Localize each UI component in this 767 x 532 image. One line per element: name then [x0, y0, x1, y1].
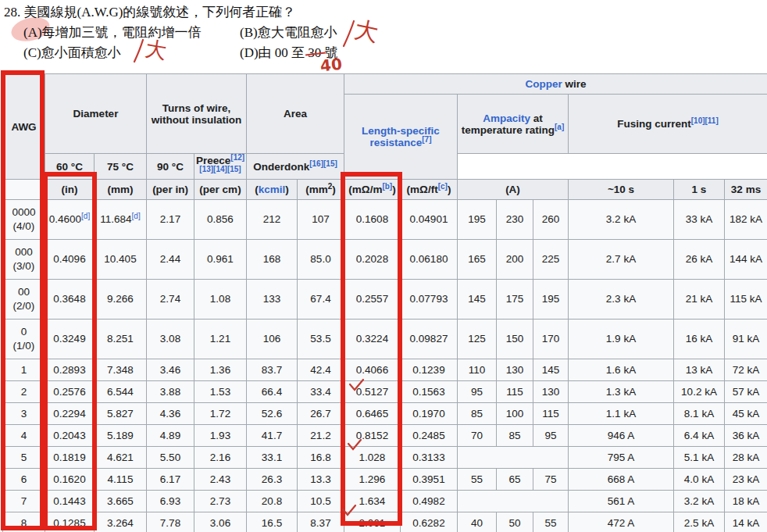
- data-cell: 2.17: [147, 200, 194, 240]
- data-cell: 200: [497, 240, 533, 280]
- data-cell: 1.9 kA: [569, 320, 674, 359]
- data-cell: 6.17: [147, 469, 194, 491]
- awg-cell: 8: [3, 512, 45, 532]
- unit-32ms: 32 ms: [725, 180, 767, 200]
- awg-cell: 0000(4/0): [3, 200, 45, 240]
- data-cell: 0.2043: [45, 425, 95, 447]
- data-cell: 1.1 kA: [569, 403, 674, 425]
- data-cell: 3.665: [95, 491, 147, 512]
- data-cell: 125: [458, 320, 497, 359]
- data-cell: 91 kA: [725, 320, 767, 359]
- data-cell: 1.6 kA: [569, 359, 674, 381]
- ampacity-link[interactable]: Ampacity: [483, 112, 530, 124]
- header-turns-of-wire: Turns of wire, without insulation: [147, 74, 247, 154]
- data-cell: 0.961: [194, 240, 247, 280]
- data-cell: 16.8: [298, 447, 344, 469]
- ref-b[interactable]: [b]: [382, 182, 392, 191]
- data-cell: 28 kA: [725, 447, 767, 469]
- data-cell: 6.93: [147, 491, 194, 512]
- footnote-ref[interactable]: [d]: [81, 212, 90, 220]
- data-cell: 36 kA: [725, 425, 767, 447]
- data-cell: 0.1563: [401, 381, 458, 403]
- data-cell: 1.296: [344, 469, 401, 491]
- awg-cell: 1: [3, 359, 45, 381]
- header-area: Area: [247, 74, 344, 154]
- data-cell: 33.1: [247, 447, 298, 469]
- data-cell: 4.0 kA: [674, 469, 725, 491]
- data-cell: 225: [533, 240, 569, 280]
- ref-16-15[interactable]: [16][15]: [309, 159, 337, 167]
- data-cell: 165: [458, 240, 497, 280]
- data-cell: 115: [497, 381, 533, 403]
- data-cell: 0.2485: [401, 425, 458, 447]
- data-cell: 9.266: [95, 280, 147, 320]
- data-cell: 4.89: [147, 425, 194, 447]
- header-75c: 75 °C: [95, 154, 147, 180]
- data-cell: 21.2: [298, 425, 344, 447]
- awg-cell: 3: [3, 403, 45, 425]
- data-cell: 946 A: [569, 425, 674, 447]
- unit-mm: (mm): [95, 180, 147, 200]
- data-cell: 3.2 kA: [674, 491, 725, 512]
- copper-wire-rest: wire: [562, 78, 587, 90]
- awg-cell: 0(1/0): [3, 320, 45, 359]
- data-cell: 40: [458, 512, 497, 532]
- ref-7[interactable]: [7]: [422, 135, 431, 144]
- question-title: 28. 美國線規(A.W.G)的線號敘述，下列何者正確？: [4, 3, 295, 21]
- handwritten-correction-b: 大: [351, 13, 381, 49]
- data-cell: 95: [533, 425, 569, 447]
- data-cell: 182 kA: [725, 200, 767, 240]
- data-cell: 33.4: [298, 381, 344, 403]
- awg-cell: 6: [3, 469, 45, 491]
- data-cell: 16.5: [247, 512, 298, 532]
- data-cell: 0.1608: [344, 200, 401, 240]
- data-cell: 10.405: [95, 240, 147, 280]
- data-cell: 0.1239: [401, 359, 458, 381]
- data-cell: 150: [497, 320, 533, 359]
- ref-a[interactable]: [a]: [555, 122, 564, 130]
- table-row: 80.12853.2647.783.0616.58.372.0610.62824…: [3, 512, 767, 532]
- ref-10-11[interactable]: [10][11]: [691, 116, 719, 125]
- data-cell: 0.2294: [45, 403, 95, 425]
- mm2-post: ): [332, 184, 336, 195]
- data-cell: 0.4600[d]: [45, 200, 95, 240]
- data-cell: 115: [533, 403, 569, 425]
- data-cell: [458, 447, 569, 469]
- table-row: 70.14433.6656.932.7320.810.51.6340.49825…: [3, 491, 767, 512]
- data-cell: 0.4982: [401, 491, 458, 512]
- data-cell: 106: [247, 320, 298, 359]
- data-cell: 70: [458, 425, 497, 447]
- option-a: (A)每增加三號，電阻約增一倍: [23, 23, 202, 41]
- data-cell: 561 A: [569, 491, 674, 512]
- data-cell: 0.1819: [45, 447, 95, 469]
- unit-mm2: (mm2): [298, 180, 344, 200]
- unit-amps: (A): [458, 180, 569, 200]
- data-cell: 7.348: [95, 359, 147, 381]
- data-cell: 0.1285: [45, 512, 95, 532]
- ref-c[interactable]: [c]: [438, 182, 448, 191]
- data-cell: 0.5127: [344, 381, 401, 403]
- data-cell: 170: [533, 320, 569, 359]
- header-60c: 60 °C: [45, 154, 95, 180]
- data-cell: 85: [497, 425, 533, 447]
- data-cell: 5.827: [95, 403, 147, 425]
- onderdonk-label: Onderdonk: [253, 161, 309, 173]
- kcmil-link[interactable]: kcmil: [259, 184, 286, 195]
- data-cell: 20.8: [247, 491, 298, 512]
- data-cell: 8.37: [298, 512, 344, 532]
- unit-per-in: (per in): [147, 180, 194, 200]
- footnote-ref[interactable]: [d]: [132, 212, 141, 220]
- data-cell: 0.2893: [45, 359, 95, 381]
- data-cell: 16 kA: [674, 320, 725, 359]
- copper-link[interactable]: Copper: [526, 78, 562, 90]
- unit-1s: 1 s: [674, 180, 725, 200]
- data-cell: 3.06: [194, 512, 247, 532]
- data-cell: 5.50: [147, 447, 194, 469]
- data-cell: 67.4: [298, 280, 344, 320]
- awg-cell: 00(2/0): [3, 280, 45, 320]
- data-cell: 2.061: [344, 512, 401, 532]
- data-cell: 26.3: [247, 469, 298, 491]
- unit-kcmil: (kcmil): [247, 180, 298, 200]
- data-cell: 145: [533, 359, 569, 381]
- data-cell: 42.4: [298, 359, 344, 381]
